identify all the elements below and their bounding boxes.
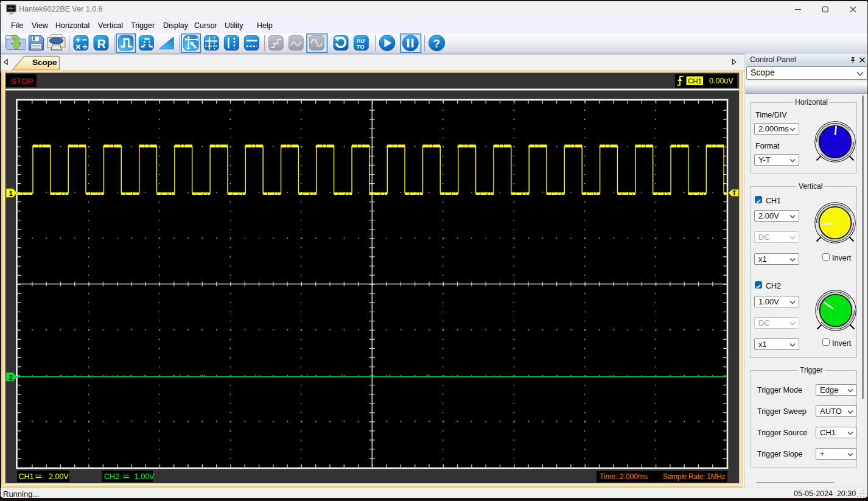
svg-text:Sample Rate: 1MHz: Sample Rate: 1MHz <box>663 472 726 481</box>
svg-text:CH2: CH2 <box>104 472 119 481</box>
svg-text:TO: TO <box>357 43 365 50</box>
svg-text:T: T <box>732 189 737 197</box>
svg-text:CH1: CH1 <box>19 472 34 481</box>
svg-text:1: 1 <box>9 190 13 197</box>
svg-text:R: R <box>97 37 107 51</box>
svg-text:1.00V: 1.00V <box>135 472 155 481</box>
svg-text:2.00V: 2.00V <box>49 472 69 481</box>
svg-text:2: 2 <box>9 374 13 381</box>
svg-text:STOP: STOP <box>11 77 33 86</box>
svg-text:CH1: CH1 <box>688 77 702 85</box>
svg-text:?: ? <box>433 37 441 50</box>
svg-text:0.00uV: 0.00uV <box>709 77 733 85</box>
svg-text:Time: 2.000ms: Time: 2.000ms <box>600 472 648 481</box>
svg-text:Scope: Scope <box>32 58 57 67</box>
